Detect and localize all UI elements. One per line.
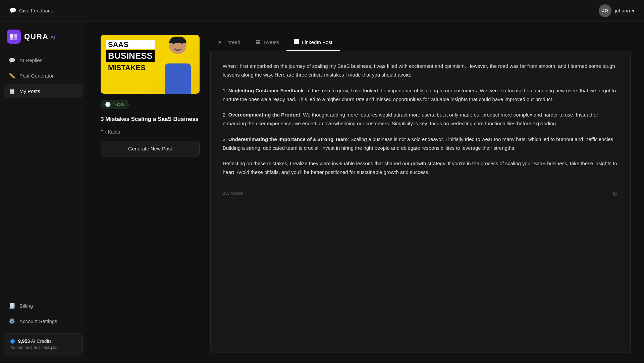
svg-rect-4: [256, 40, 258, 41]
tab-linkedin-label: LinkedIn Post: [302, 39, 332, 45]
person-silhouette: [159, 35, 196, 94]
username-label: johann: [615, 8, 630, 13]
sidebar-item-post-generator[interactable]: ✏️ Post Generator: [4, 69, 83, 83]
sidebar-item-my-posts[interactable]: 📋 My Posts: [4, 84, 83, 98]
sidebar-item-label: Billing: [19, 303, 33, 309]
left-panel: SAAS BUSINESS MISTAKES: [101, 35, 200, 353]
copy-button[interactable]: ⧉: [612, 189, 618, 198]
right-panel: ✕ Thread Tweets: [210, 35, 631, 353]
tab-tweets[interactable]: Tweets: [248, 35, 287, 51]
clock-icon: 🕐: [105, 102, 111, 107]
post-paragraph-1: When I first embarked on the journey of …: [223, 62, 618, 80]
topbar-right: JO johann ▾: [599, 4, 635, 17]
credits-icon: 🔷: [10, 338, 15, 344]
credits-plan: You are on a Business plan: [10, 345, 77, 350]
nav-items: 💬 AI Replies ✏️ Post Generator 📋 My Post…: [0, 53, 87, 299]
sidebar-item-label: Post Generator: [19, 73, 54, 79]
tabs-row: ✕ Thread Tweets: [210, 35, 631, 51]
tweets-icon: [255, 39, 261, 45]
settings-icon: ⚙️: [9, 318, 15, 324]
logo-text: QURA .AI: [24, 32, 55, 41]
twitter-icon: ✕: [218, 40, 222, 45]
tab-tweets-label: Tweets: [263, 39, 279, 45]
sidebar: QURA .AI 💬 AI Replies ✏️ Post Generator …: [0, 21, 87, 363]
post-text: When I first embarked on the journey of …: [223, 62, 618, 177]
content-area: SAAS BUSINESS MISTAKES: [87, 21, 644, 363]
svg-rect-5: [258, 40, 260, 41]
video-author: TK Kader: [101, 129, 200, 135]
sidebar-item-account-settings[interactable]: ⚙️ Account Settings: [4, 314, 83, 328]
post-footer: 237 words ⧉: [223, 184, 618, 198]
thumbnail-line1: SAAS: [106, 40, 155, 49]
tab-thread-label: Thread: [224, 39, 240, 45]
credits-box: 🔷 9,953 AI Credits You are on a Business…: [4, 333, 83, 355]
post-paragraph-5: Reflecting on these mistakes, I realize …: [223, 159, 618, 177]
avatar: JO: [599, 4, 611, 17]
svg-rect-0: [10, 34, 13, 38]
svg-rect-1: [14, 34, 17, 38]
logo-area: QURA .AI: [0, 30, 87, 53]
svg-rect-3: [14, 38, 17, 40]
tab-thread[interactable]: ✕ Thread: [210, 35, 248, 51]
billing-icon: 🧾: [9, 302, 15, 309]
post-generator-icon: ✏️: [9, 72, 15, 79]
duration-text: 16:33: [113, 102, 124, 107]
svg-rect-7: [258, 42, 260, 44]
thumbnail-text: SAAS BUSINESS MISTAKES: [106, 40, 155, 73]
linkedin-icon: [294, 39, 299, 45]
ai-replies-icon: 💬: [9, 57, 15, 63]
chevron-down-icon: ▾: [632, 8, 635, 14]
topbar-left: 💬 Give Feedback: [9, 7, 53, 14]
sidebar-item-label: My Posts: [19, 88, 40, 94]
word-count: 237 words: [223, 190, 243, 197]
svg-rect-6: [256, 42, 258, 44]
copy-icon: ⧉: [613, 191, 617, 196]
duration-badge: 🕐 16:33: [101, 100, 129, 109]
sidebar-item-label: Account Settings: [19, 318, 57, 324]
user-menu-button[interactable]: johann ▾: [615, 8, 635, 14]
sidebar-item-ai-replies[interactable]: 💬 AI Replies: [4, 53, 83, 67]
credits-top: 🔷 9,953 AI Credits: [10, 338, 77, 344]
tab-linkedin[interactable]: LinkedIn Post: [286, 35, 340, 51]
feedback-label: Give Feedback: [19, 8, 53, 13]
sidebar-bottom: 🧾 Billing ⚙️ Account Settings: [0, 299, 87, 328]
post-paragraph-3: 2. Overcomplicating the Product: We thou…: [223, 110, 618, 128]
thumbnail-line2: BUSINESS: [106, 50, 155, 62]
logo-icon: [7, 30, 21, 44]
video-thumbnail: SAAS BUSINESS MISTAKES: [101, 35, 200, 94]
sidebar-item-label: AI Replies: [19, 57, 42, 63]
feedback-button[interactable]: 💬 Give Feedback: [9, 7, 53, 14]
post-content-box: When I first embarked on the journey of …: [210, 51, 631, 353]
topbar: 💬 Give Feedback JO johann ▾: [0, 0, 644, 21]
thumbnail-line3: MISTAKES: [106, 63, 155, 73]
generate-new-post-button[interactable]: Generate New Post: [101, 141, 200, 156]
sidebar-item-billing[interactable]: 🧾 Billing: [4, 299, 83, 313]
post-paragraph-4: 3. Underestimating the Importance of a S…: [223, 135, 618, 153]
svg-rect-2: [10, 38, 13, 40]
main-layout: QURA .AI 💬 AI Replies ✏️ Post Generator …: [0, 21, 644, 363]
post-paragraph-2: 1. Neglecting Customer Feedback: In the …: [223, 86, 618, 104]
my-posts-icon: 📋: [9, 88, 15, 94]
feedback-icon: 💬: [9, 7, 16, 14]
content-inner: SAAS BUSINESS MISTAKES: [87, 21, 644, 363]
credits-amount: 9,953 AI Credits: [18, 338, 52, 344]
video-title: 3 Mistakes Scaling a SaaS Business: [101, 115, 200, 123]
